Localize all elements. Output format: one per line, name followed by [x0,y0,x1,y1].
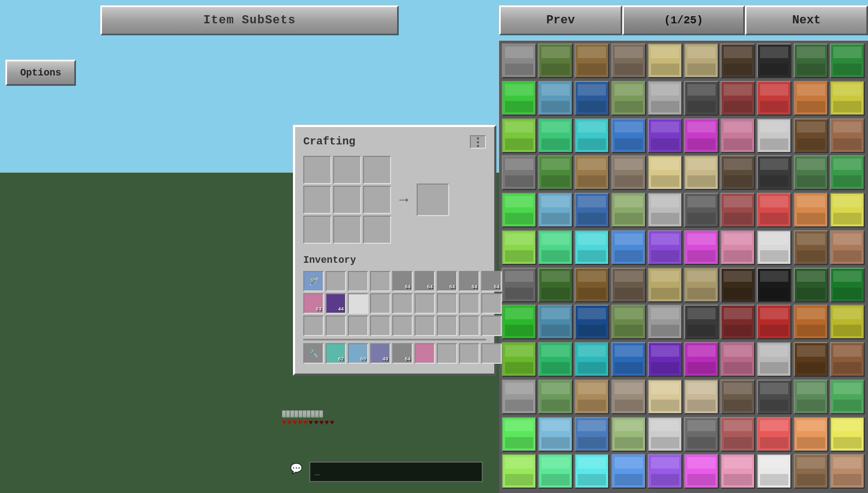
inv-cell-1-1[interactable] [326,271,346,292]
inv-cell-stone-2[interactable]: 64 [414,271,435,292]
item-grid-cell-44[interactable] [648,193,682,227]
item-grid-cell-77[interactable] [757,305,792,339]
item-grid-cell-6[interactable] [720,43,755,78]
item-grid-cell-101[interactable] [538,417,573,452]
item-subsets-button[interactable]: Item SubSets [100,5,399,35]
item-grid-cell-114[interactable] [648,454,682,489]
item-grid-cell-56[interactable] [720,230,755,265]
item-grid-cell-97[interactable] [757,380,792,414]
inv-cell-3-4[interactable] [392,315,413,336]
inv-cell-2-6[interactable] [437,293,457,314]
prev-button[interactable]: Prev [499,5,622,35]
inv-cell-dark-gem[interactable]: 44 [326,293,346,314]
item-grid-cell-117[interactable] [757,454,792,489]
inv-cell-2-8[interactable] [481,293,502,314]
item-grid-cell-95[interactable] [684,380,719,414]
item-grid-cell-107[interactable] [757,417,792,452]
item-grid-cell-115[interactable] [684,454,719,489]
item-grid-cell-78[interactable] [794,305,828,339]
hotbar-empty-3[interactable] [481,343,502,364]
item-grid-cell-34[interactable] [648,155,682,190]
item-grid-cell-83[interactable] [611,342,646,377]
item-grid-cell-26[interactable] [720,118,755,153]
hotbar-item[interactable]: 49 [370,343,391,364]
inv-cell-3-6[interactable] [437,315,457,336]
item-grid-cell-42[interactable] [575,193,609,227]
item-grid-cell-88[interactable] [794,342,828,377]
item-grid-cell-23[interactable] [611,118,646,153]
item-grid-cell-45[interactable] [684,193,719,227]
item-grid-cell-1[interactable] [538,43,573,78]
item-grid-cell-33[interactable] [611,155,646,190]
craft-cell-2-2[interactable] [363,216,391,244]
item-grid-cell-51[interactable] [538,230,573,265]
craft-cell-2-1[interactable] [333,216,361,244]
item-grid-cell-16[interactable] [720,81,755,116]
item-grid-cell-3[interactable] [611,43,646,78]
item-grid-cell-55[interactable] [684,230,719,265]
item-grid-cell-110[interactable] [502,454,537,489]
hotbar-tool[interactable]: 🔧 [303,343,324,364]
item-grid-cell-81[interactable] [538,342,573,377]
item-grid-cell-82[interactable] [575,342,609,377]
item-grid-cell-41[interactable] [538,193,573,227]
inv-cell-1-2[interactable] [348,271,368,292]
item-grid-cell-66[interactable] [720,268,755,302]
item-grid-cell-46[interactable] [720,193,755,227]
item-grid-cell-61[interactable] [538,268,573,302]
item-grid-cell-116[interactable] [720,454,755,489]
inv-cell-3-2[interactable] [348,315,368,336]
item-grid-cell-71[interactable] [538,305,573,339]
inv-cell-2-5[interactable] [414,293,435,314]
item-grid-cell-118[interactable] [794,454,828,489]
item-grid-cell-119[interactable] [830,454,865,489]
next-button[interactable]: Next [745,5,868,35]
item-grid-cell-20[interactable] [502,118,537,153]
item-grid-cell-24[interactable] [648,118,682,153]
item-grid-cell-54[interactable] [648,230,682,265]
craft-cell-2-0[interactable] [303,216,331,244]
item-grid-cell-85[interactable] [684,342,719,377]
item-grid-cell-64[interactable] [648,268,682,302]
item-grid-cell-104[interactable] [648,417,682,452]
item-grid-cell-15[interactable] [684,81,719,116]
item-grid-cell-73[interactable] [611,305,646,339]
item-grid-cell-80[interactable] [502,342,537,377]
item-grid-cell-36[interactable] [720,155,755,190]
item-grid-cell-52[interactable] [575,230,609,265]
item-grid-cell-112[interactable] [575,454,609,489]
item-grid-cell-4[interactable] [648,43,682,78]
item-grid-cell-68[interactable] [794,268,828,302]
craft-cell-0-1[interactable] [333,156,361,184]
inv-cell-3-7[interactable] [459,315,480,336]
item-grid-cell-11[interactable] [538,81,573,116]
item-grid-cell-10[interactable] [502,81,537,116]
hotbar-empty-2[interactable] [459,343,480,364]
item-grid-cell-86[interactable] [720,342,755,377]
hotbar-pink-gem[interactable] [414,343,435,364]
item-grid-cell-59[interactable] [830,230,865,265]
item-grid-cell-62[interactable] [575,268,609,302]
item-grid-cell-93[interactable] [611,380,646,414]
inv-cell-white[interactable] [348,293,368,314]
item-grid-cell-108[interactable] [794,417,828,452]
item-grid-cell-87[interactable] [757,342,792,377]
item-grid-cell-63[interactable] [611,268,646,302]
inv-cell-3-5[interactable] [414,315,435,336]
item-grid-cell-19[interactable] [830,81,865,116]
inv-cell-3-3[interactable] [370,315,391,336]
item-grid-cell-99[interactable] [830,380,865,414]
hotbar-gem3[interactable]: 64 [392,343,413,364]
item-grid-cell-76[interactable] [720,305,755,339]
item-grid-cell-84[interactable] [648,342,682,377]
inv-cell-1-3[interactable] [370,271,391,292]
item-grid-cell-65[interactable] [684,268,719,302]
item-grid-cell-13[interactable] [611,81,646,116]
hotbar-gem1[interactable]: 62 [326,343,346,364]
item-grid-cell-75[interactable] [684,305,719,339]
options-button[interactable]: Options [5,60,76,86]
item-grid-cell-32[interactable] [575,155,609,190]
item-grid-cell-109[interactable] [830,417,865,452]
craft-cell-1-0[interactable] [303,186,331,214]
inv-cell-2-7[interactable] [459,293,480,314]
